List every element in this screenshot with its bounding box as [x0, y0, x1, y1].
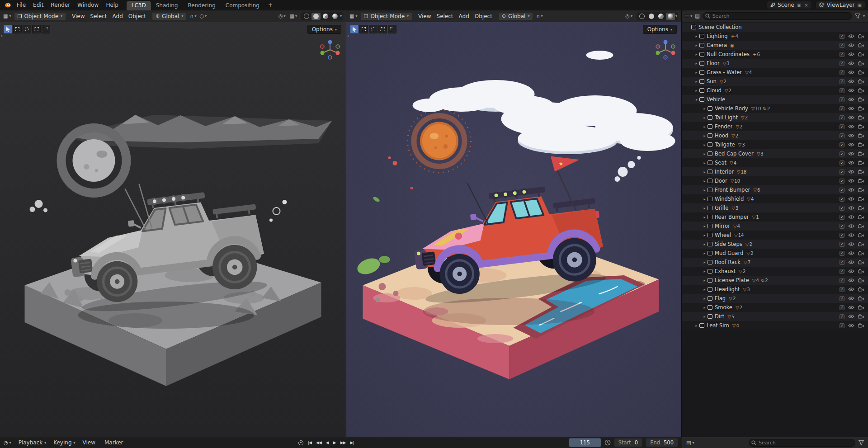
disable-render-camera-icon[interactable]	[858, 115, 864, 120]
disable-render-camera-icon[interactable]	[858, 269, 864, 274]
disable-render-camera-icon[interactable]	[858, 151, 864, 156]
outliner-row[interactable]: ▸ Wheel ▽14 ✓	[682, 231, 868, 240]
menu-view[interactable]: View	[69, 12, 87, 20]
hide-viewport-eye-icon[interactable]	[848, 305, 854, 310]
blender-logo-icon[interactable]	[4, 1, 11, 9]
view-layer-selector[interactable]: ViewLayer ▣	[816, 1, 865, 9]
play-button[interactable]: ▶	[331, 439, 338, 446]
selectability-checkbox[interactable]: ✓	[840, 233, 844, 238]
end-frame-field[interactable]: End 500	[646, 438, 678, 447]
disclosure-arrow[interactable]: ▾	[693, 98, 699, 102]
disclosure-arrow[interactable]: ▸	[702, 197, 708, 201]
hide-viewport-eye-icon[interactable]	[848, 142, 854, 147]
tool-select-lasso-button[interactable]	[32, 25, 41, 33]
selectability-checkbox[interactable]: ✓	[840, 160, 844, 165]
hide-viewport-eye-icon[interactable]	[848, 251, 854, 255]
disable-render-camera-icon[interactable]	[858, 61, 864, 66]
selectability-checkbox[interactable]: ✓	[840, 52, 844, 57]
disclosure-arrow[interactable]: ▸	[702, 152, 708, 156]
hide-viewport-eye-icon[interactable]	[848, 323, 854, 328]
menu-marker[interactable]: Marker	[101, 439, 128, 447]
disable-render-camera-icon[interactable]	[858, 179, 864, 183]
disclosure-arrow[interactable]: ▸	[693, 324, 699, 328]
hide-viewport-eye-icon[interactable]	[848, 133, 854, 138]
menu-edit[interactable]: Edit	[29, 1, 47, 9]
hide-viewport-eye-icon[interactable]	[848, 106, 854, 111]
selectability-checkbox[interactable]: ✓	[840, 61, 844, 66]
disable-render-camera-icon[interactable]	[858, 242, 864, 246]
menu-window[interactable]: Window	[74, 1, 102, 9]
hide-viewport-eye-icon[interactable]	[848, 61, 854, 66]
mode-dropdown[interactable]: Object Mode ▾	[360, 12, 412, 20]
disable-render-camera-icon[interactable]	[858, 106, 864, 111]
disclosure-arrow[interactable]: ▸	[702, 251, 708, 255]
hide-viewport-eye-icon[interactable]	[848, 188, 854, 192]
outliner-row[interactable]: ▸ WindShield ▽4 ✓	[682, 194, 868, 203]
outliner-row[interactable]: ▸ License Plate ▽4↻2 ✓	[682, 276, 868, 285]
orientation-dropdown[interactable]: ⊕ Global ▾	[152, 12, 187, 20]
outliner-row[interactable]: ▸ Flag ▽2 ✓	[682, 294, 868, 303]
hide-viewport-eye-icon[interactable]	[848, 314, 854, 319]
viewport-canvas-rendered[interactable]: ★	[346, 22, 681, 437]
disclosure-arrow[interactable]: ▸	[702, 242, 708, 246]
disclosure-arrow[interactable]: ▸	[702, 206, 708, 210]
disclosure-arrow[interactable]: ▸	[702, 125, 708, 129]
hide-viewport-eye-icon[interactable]	[848, 70, 854, 75]
options-dropdown[interactable]: Options ▾	[307, 25, 341, 34]
menu-object[interactable]: Object	[126, 12, 149, 20]
filter-icon[interactable]	[859, 440, 864, 445]
hide-viewport-eye-icon[interactable]	[848, 260, 854, 264]
shading-material-button[interactable]	[656, 13, 665, 20]
navigation-gizmo[interactable]	[655, 39, 676, 60]
selectability-checkbox[interactable]: ✓	[840, 142, 844, 147]
outliner-row[interactable]: ▸ Door ▽10 ✓	[682, 176, 868, 185]
hide-viewport-eye-icon[interactable]	[848, 197, 854, 201]
selectability-checkbox[interactable]: ✓	[840, 106, 844, 111]
shading-rendered-button[interactable]	[666, 13, 675, 20]
hide-viewport-eye-icon[interactable]	[848, 278, 854, 283]
snap-toggle[interactable]: ∩▾	[190, 13, 196, 19]
menu-add[interactable]: Add	[456, 12, 472, 20]
hide-viewport-eye-icon[interactable]	[848, 269, 854, 274]
disable-render-camera-icon[interactable]	[858, 305, 864, 310]
disable-render-camera-icon[interactable]	[858, 278, 864, 283]
disable-render-camera-icon[interactable]	[858, 206, 864, 210]
tab-lc3d[interactable]: LC3D	[127, 1, 151, 10]
disable-render-camera-icon[interactable]	[858, 170, 864, 174]
disclosure-arrow[interactable]: ▸	[702, 161, 708, 165]
selectability-checkbox[interactable]: ✓	[840, 278, 844, 283]
hide-viewport-eye-icon[interactable]	[848, 287, 854, 292]
disclosure-arrow[interactable]: ▸	[702, 306, 708, 310]
outliner-row[interactable]: ▸ Lighting ☀4 ✓	[682, 32, 868, 41]
outliner-row[interactable]: ▸ Grass - Water ▽4 ✓	[682, 68, 868, 77]
disable-render-camera-icon[interactable]	[858, 88, 864, 93]
disable-render-camera-icon[interactable]	[858, 233, 864, 237]
disable-render-camera-icon[interactable]	[858, 215, 864, 219]
toolbar-expand-arrow[interactable]: ›	[347, 33, 349, 39]
menu-object[interactable]: Object	[472, 12, 495, 20]
selectability-checkbox[interactable]: ✓	[840, 151, 844, 156]
menu-help[interactable]: Help	[102, 1, 122, 9]
tool-tweak-button[interactable]	[350, 25, 359, 33]
hide-viewport-eye-icon[interactable]	[848, 52, 854, 57]
outliner-row[interactable]: ▸ Cloud ▽2 ✓	[682, 86, 868, 95]
selectability-checkbox[interactable]: ✓	[840, 124, 844, 129]
jump-to-start-button[interactable]: |◀	[306, 439, 313, 446]
hide-viewport-eye-icon[interactable]	[848, 124, 854, 129]
shading-solid-button[interactable]	[647, 13, 656, 20]
disclosure-arrow[interactable]: ▸	[702, 260, 708, 264]
disclosure-arrow[interactable]: ▸	[702, 107, 708, 111]
outliner-row[interactable]: Scene Collection ✓	[682, 23, 868, 32]
hide-viewport-eye-icon[interactable]	[848, 160, 854, 165]
selectability-checkbox[interactable]: ✓	[840, 179, 844, 184]
mode-dropdown[interactable]: Object Mode ▾	[14, 12, 66, 20]
hide-viewport-eye-icon[interactable]	[848, 224, 854, 228]
hide-viewport-eye-icon[interactable]	[848, 88, 854, 93]
hide-viewport-eye-icon[interactable]	[848, 151, 854, 156]
disable-render-camera-icon[interactable]	[858, 224, 864, 228]
menu-playback[interactable]: Playback ▾	[15, 439, 50, 447]
disable-render-camera-icon[interactable]	[858, 70, 864, 75]
selectability-checkbox[interactable]: ✓	[840, 305, 844, 310]
outliner-row[interactable]: ▸ Headlight ▽3 ✓	[682, 285, 868, 294]
outliner-row[interactable]: ▸ Mud Guard ▽2 ✓	[682, 249, 868, 258]
